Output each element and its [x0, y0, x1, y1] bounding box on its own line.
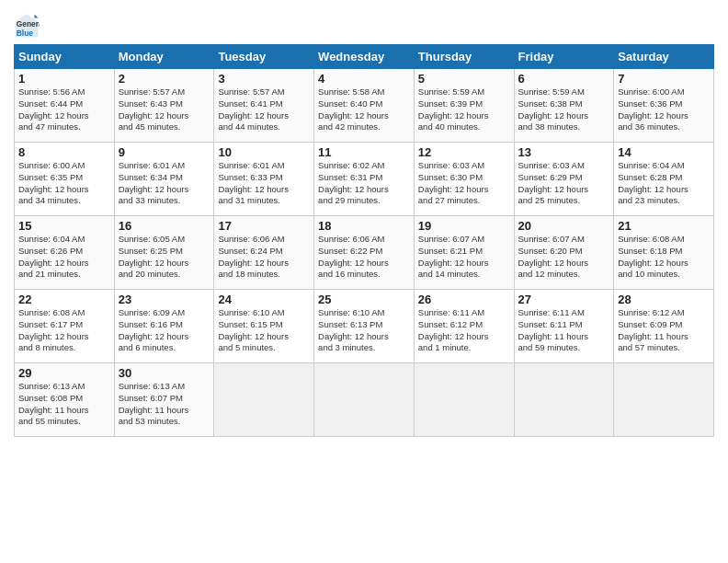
day-number: 6 — [518, 72, 610, 86]
calendar-cell: 28Sunrise: 6:12 AM Sunset: 6:09 PM Dayli… — [614, 290, 714, 363]
day-info: Sunrise: 6:10 AM Sunset: 6:15 PM Dayligh… — [218, 307, 310, 354]
day-number: 29 — [18, 366, 110, 380]
calendar-cell — [214, 363, 314, 437]
day-number: 28 — [618, 293, 710, 306]
logo: General Blue — [14, 13, 43, 39]
day-number: 12 — [418, 145, 510, 159]
calendar-cell: 6Sunrise: 5:59 AM Sunset: 6:38 PM Daylig… — [514, 69, 614, 143]
weekday-header-friday: Friday — [514, 45, 614, 69]
calendar-cell: 8Sunrise: 6:00 AM Sunset: 6:35 PM Daylig… — [15, 143, 115, 216]
day-info: Sunrise: 5:56 AM Sunset: 6:44 PM Dayligh… — [18, 86, 110, 133]
day-info: Sunrise: 6:05 AM Sunset: 6:25 PM Dayligh… — [119, 234, 210, 281]
day-number: 17 — [218, 219, 310, 233]
calendar-cell: 4Sunrise: 5:58 AM Sunset: 6:40 PM Daylig… — [314, 69, 415, 143]
day-number: 20 — [518, 219, 610, 233]
calendar-cell — [314, 363, 415, 437]
calendar-cell: 26Sunrise: 6:11 AM Sunset: 6:12 PM Dayli… — [414, 290, 514, 363]
day-number: 8 — [18, 145, 110, 159]
calendar-cell: 1Sunrise: 5:56 AM Sunset: 6:44 PM Daylig… — [15, 69, 115, 143]
day-info: Sunrise: 5:59 AM Sunset: 6:39 PM Dayligh… — [418, 86, 510, 133]
weekday-header-wednesday: Wednesday — [314, 45, 415, 69]
calendar-cell: 17Sunrise: 6:06 AM Sunset: 6:24 PM Dayli… — [214, 216, 314, 290]
day-number: 13 — [518, 145, 610, 159]
day-info: Sunrise: 6:13 AM Sunset: 6:08 PM Dayligh… — [18, 381, 110, 428]
calendar-cell: 20Sunrise: 6:07 AM Sunset: 6:20 PM Dayli… — [514, 216, 614, 290]
day-number: 3 — [218, 72, 310, 86]
calendar-cell: 29Sunrise: 6:13 AM Sunset: 6:08 PM Dayli… — [15, 363, 115, 437]
calendar-cell: 7Sunrise: 6:00 AM Sunset: 6:36 PM Daylig… — [614, 69, 714, 143]
day-info: Sunrise: 5:57 AM Sunset: 6:43 PM Dayligh… — [119, 86, 210, 133]
day-info: Sunrise: 6:08 AM Sunset: 6:18 PM Dayligh… — [618, 234, 710, 281]
day-info: Sunrise: 6:04 AM Sunset: 6:26 PM Dayligh… — [18, 234, 110, 281]
calendar-cell: 24Sunrise: 6:10 AM Sunset: 6:15 PM Dayli… — [214, 290, 314, 363]
day-info: Sunrise: 6:13 AM Sunset: 6:07 PM Dayligh… — [119, 381, 210, 428]
day-info: Sunrise: 6:07 AM Sunset: 6:21 PM Dayligh… — [418, 234, 510, 281]
weekday-header-saturday: Saturday — [614, 45, 714, 69]
day-info: Sunrise: 6:03 AM Sunset: 6:30 PM Dayligh… — [418, 160, 510, 207]
calendar-week-4: 22Sunrise: 6:08 AM Sunset: 6:17 PM Dayli… — [15, 290, 714, 363]
day-info: Sunrise: 6:06 AM Sunset: 6:24 PM Dayligh… — [218, 234, 310, 281]
day-number: 25 — [318, 293, 410, 306]
day-number: 26 — [418, 293, 510, 306]
calendar-cell — [614, 363, 714, 437]
day-number: 15 — [18, 219, 110, 233]
weekday-header-tuesday: Tuesday — [214, 45, 314, 69]
day-info: Sunrise: 6:01 AM Sunset: 6:33 PM Dayligh… — [218, 160, 310, 207]
calendar-cell: 25Sunrise: 6:10 AM Sunset: 6:13 PM Dayli… — [314, 290, 415, 363]
calendar-week-3: 15Sunrise: 6:04 AM Sunset: 6:26 PM Dayli… — [15, 216, 714, 290]
day-number: 1 — [18, 72, 110, 86]
calendar-cell: 11Sunrise: 6:02 AM Sunset: 6:31 PM Dayli… — [314, 143, 415, 216]
calendar-cell: 14Sunrise: 6:04 AM Sunset: 6:28 PM Dayli… — [614, 143, 714, 216]
day-number: 23 — [119, 293, 210, 306]
calendar-cell: 5Sunrise: 5:59 AM Sunset: 6:39 PM Daylig… — [414, 69, 514, 143]
day-number: 9 — [119, 145, 210, 159]
logo-icon: General Blue — [14, 13, 40, 39]
calendar-cell: 19Sunrise: 6:07 AM Sunset: 6:21 PM Dayli… — [414, 216, 514, 290]
day-number: 11 — [318, 145, 410, 159]
weekday-header-monday: Monday — [114, 45, 214, 69]
calendar-week-5: 29Sunrise: 6:13 AM Sunset: 6:08 PM Dayli… — [15, 363, 714, 437]
header: General Blue — [14, 9, 714, 39]
day-info: Sunrise: 6:07 AM Sunset: 6:20 PM Dayligh… — [518, 234, 610, 281]
calendar-table: SundayMondayTuesdayWednesdayThursdayFrid… — [14, 44, 714, 437]
day-info: Sunrise: 5:58 AM Sunset: 6:40 PM Dayligh… — [318, 86, 410, 133]
day-info: Sunrise: 6:01 AM Sunset: 6:34 PM Dayligh… — [119, 160, 210, 207]
day-number: 4 — [318, 72, 410, 86]
day-info: Sunrise: 5:59 AM Sunset: 6:38 PM Dayligh… — [518, 86, 610, 133]
day-info: Sunrise: 6:00 AM Sunset: 6:36 PM Dayligh… — [618, 86, 710, 133]
calendar-cell: 23Sunrise: 6:09 AM Sunset: 6:16 PM Dayli… — [114, 290, 214, 363]
calendar-cell: 12Sunrise: 6:03 AM Sunset: 6:30 PM Dayli… — [414, 143, 514, 216]
calendar-cell: 13Sunrise: 6:03 AM Sunset: 6:29 PM Dayli… — [514, 143, 614, 216]
calendar-cell: 27Sunrise: 6:11 AM Sunset: 6:11 PM Dayli… — [514, 290, 614, 363]
day-info: Sunrise: 6:09 AM Sunset: 6:16 PM Dayligh… — [119, 307, 210, 354]
day-number: 5 — [418, 72, 510, 86]
day-info: Sunrise: 6:11 AM Sunset: 6:12 PM Dayligh… — [418, 307, 510, 354]
calendar-week-1: 1Sunrise: 5:56 AM Sunset: 6:44 PM Daylig… — [15, 69, 714, 143]
day-number: 19 — [418, 219, 510, 233]
svg-text:Blue: Blue — [17, 29, 33, 38]
calendar-cell: 30Sunrise: 6:13 AM Sunset: 6:07 PM Dayli… — [114, 363, 214, 437]
day-number: 18 — [318, 219, 410, 233]
calendar-header-row: SundayMondayTuesdayWednesdayThursdayFrid… — [15, 45, 714, 69]
calendar-cell: 22Sunrise: 6:08 AM Sunset: 6:17 PM Dayli… — [15, 290, 115, 363]
day-number: 10 — [218, 145, 310, 159]
day-number: 7 — [618, 72, 710, 86]
day-info: Sunrise: 6:02 AM Sunset: 6:31 PM Dayligh… — [318, 160, 410, 207]
day-info: Sunrise: 6:10 AM Sunset: 6:13 PM Dayligh… — [318, 307, 410, 354]
weekday-header-sunday: Sunday — [15, 45, 115, 69]
day-number: 21 — [618, 219, 710, 233]
day-number: 27 — [518, 293, 610, 306]
calendar-cell: 21Sunrise: 6:08 AM Sunset: 6:18 PM Dayli… — [614, 216, 714, 290]
day-number: 22 — [18, 293, 110, 306]
day-number: 16 — [119, 219, 210, 233]
day-info: Sunrise: 5:57 AM Sunset: 6:41 PM Dayligh… — [218, 86, 310, 133]
page-container: General Blue SundayMondayTuesdayWednesda… — [0, 0, 728, 446]
weekday-header-thursday: Thursday — [414, 45, 514, 69]
calendar-cell: 16Sunrise: 6:05 AM Sunset: 6:25 PM Dayli… — [114, 216, 214, 290]
day-info: Sunrise: 6:04 AM Sunset: 6:28 PM Dayligh… — [618, 160, 710, 207]
calendar-cell: 9Sunrise: 6:01 AM Sunset: 6:34 PM Daylig… — [114, 143, 214, 216]
calendar-cell: 3Sunrise: 5:57 AM Sunset: 6:41 PM Daylig… — [214, 69, 314, 143]
day-number: 14 — [618, 145, 710, 159]
calendar-cell — [414, 363, 514, 437]
day-number: 2 — [119, 72, 210, 86]
